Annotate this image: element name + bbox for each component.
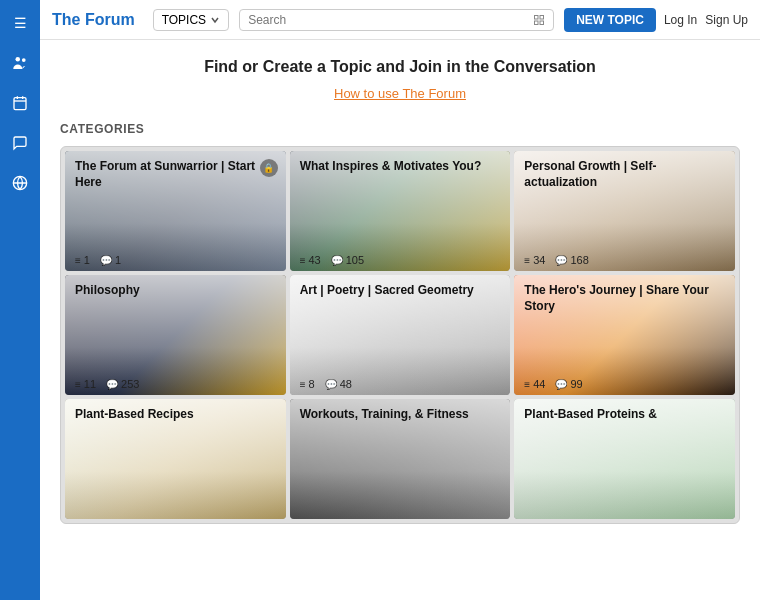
category-title: Philosophy: [75, 283, 276, 299]
nav-right: NEW TOPIC Log In Sign Up: [564, 8, 748, 32]
search-input[interactable]: [248, 13, 529, 27]
post-count: ≡1: [75, 254, 90, 266]
category-card[interactable]: Philosophy≡11💬253: [65, 275, 286, 395]
category-stats: ≡34💬168: [514, 249, 735, 271]
svg-point-0: [16, 57, 21, 62]
comment-count: 💬105: [331, 254, 364, 266]
post-count: ≡11: [75, 378, 96, 390]
category-stats: ≡44💬99: [514, 373, 735, 395]
category-card[interactable]: The Forum at Sunwarrior | Start Here🔒≡1💬…: [65, 151, 286, 271]
comment-count: 💬48: [325, 378, 352, 390]
chevron-down-icon: [210, 15, 220, 25]
comment-count: 💬168: [555, 254, 588, 266]
category-title: Art | Poetry | Sacred Geometry: [300, 283, 501, 299]
category-card[interactable]: Plant-Based Proteins &: [514, 399, 735, 519]
svg-rect-2: [14, 98, 26, 110]
post-count: ≡43: [300, 254, 321, 266]
content-area: Find or Create a Topic and Join in the C…: [40, 40, 760, 600]
search-box[interactable]: [239, 9, 554, 31]
comment-icon: 💬: [331, 255, 343, 266]
topics-label: TOPICS: [162, 13, 206, 27]
comment-count: 💬253: [106, 378, 139, 390]
category-title: Workouts, Training, & Fitness: [300, 407, 501, 423]
hero-heading: Find or Create a Topic and Join in the C…: [60, 58, 740, 76]
post-count: ≡34: [524, 254, 545, 266]
how-to-link[interactable]: How to use The Forum: [334, 86, 466, 101]
category-title: The Hero's Journey | Share Your Story: [524, 283, 725, 314]
post-icon: ≡: [300, 379, 306, 390]
category-card[interactable]: The Hero's Journey | Share Your Story≡44…: [514, 275, 735, 395]
comment-count: 💬99: [555, 378, 582, 390]
topics-dropdown[interactable]: TOPICS: [153, 9, 229, 31]
comment-icon: 💬: [100, 255, 112, 266]
sidebar-calendar-icon[interactable]: [5, 88, 35, 118]
category-title: Plant-Based Proteins &: [524, 407, 725, 423]
sidebar: ☰: [0, 0, 40, 600]
post-icon: ≡: [524, 255, 530, 266]
comment-icon: 💬: [106, 379, 118, 390]
topnav: The Forum TOPICS NEW TOPIC Log In Sign U…: [40, 0, 760, 40]
svg-rect-7: [535, 15, 539, 19]
svg-rect-9: [535, 21, 539, 25]
sidebar-chat-icon[interactable]: [5, 128, 35, 158]
category-card[interactable]: Personal Growth | Self-actualization≡34💬…: [514, 151, 735, 271]
sidebar-people-icon[interactable]: [5, 48, 35, 78]
brand-title: The Forum: [52, 11, 135, 29]
sidebar-menu-icon[interactable]: ☰: [5, 8, 35, 38]
category-card[interactable]: What Inspires & Motivates You?≡43💬105: [290, 151, 511, 271]
comment-icon: 💬: [325, 379, 337, 390]
signup-link[interactable]: Sign Up: [705, 13, 748, 27]
category-card[interactable]: Workouts, Training, & Fitness: [290, 399, 511, 519]
category-title: The Forum at Sunwarrior | Start Here: [75, 159, 276, 190]
comment-count: 💬1: [100, 254, 121, 266]
new-topic-button[interactable]: NEW TOPIC: [564, 8, 656, 32]
lock-icon: 🔒: [260, 159, 278, 177]
category-card[interactable]: Plant-Based Recipes: [65, 399, 286, 519]
post-icon: ≡: [524, 379, 530, 390]
post-icon: ≡: [300, 255, 306, 266]
main-area: The Forum TOPICS NEW TOPIC Log In Sign U…: [40, 0, 760, 600]
comment-icon: 💬: [555, 379, 567, 390]
category-title: Personal Growth | Self-actualization: [524, 159, 725, 190]
login-link[interactable]: Log In: [664, 13, 697, 27]
categories-section: CATEGORIES The Forum at Sunwarrior | Sta…: [40, 112, 760, 544]
post-count: ≡8: [300, 378, 315, 390]
svg-rect-8: [540, 15, 544, 19]
category-title: What Inspires & Motivates You?: [300, 159, 501, 175]
sidebar-globe-icon[interactable]: [5, 168, 35, 198]
category-stats: ≡43💬105: [290, 249, 511, 271]
category-stats: ≡1💬1: [65, 249, 286, 271]
post-count: ≡44: [524, 378, 545, 390]
comment-icon: 💬: [555, 255, 567, 266]
svg-point-1: [22, 58, 26, 62]
categories-grid: The Forum at Sunwarrior | Start Here🔒≡1💬…: [60, 146, 740, 524]
categories-label: CATEGORIES: [60, 122, 740, 136]
post-icon: ≡: [75, 379, 81, 390]
category-title: Plant-Based Recipes: [75, 407, 276, 423]
hero-section: Find or Create a Topic and Join in the C…: [40, 40, 760, 112]
grid-icon: [533, 14, 545, 26]
category-stats: ≡8💬48: [290, 373, 511, 395]
category-card[interactable]: Art | Poetry | Sacred Geometry≡8💬48: [290, 275, 511, 395]
post-icon: ≡: [75, 255, 81, 266]
svg-rect-10: [540, 21, 544, 25]
category-stats: ≡11💬253: [65, 373, 286, 395]
